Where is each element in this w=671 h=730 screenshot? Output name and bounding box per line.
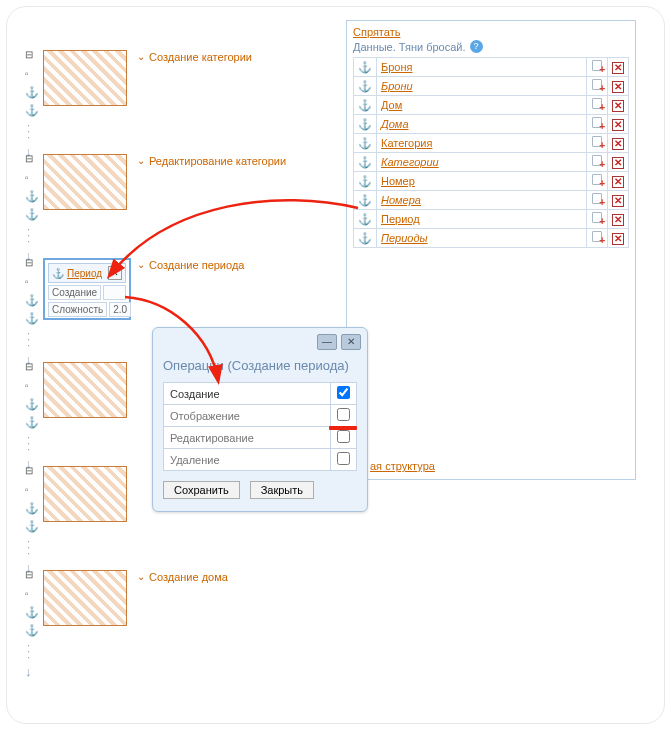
- close-window-button[interactable]: ✕: [341, 334, 361, 350]
- anchor-icon: ⚓: [25, 520, 39, 533]
- entity-link[interactable]: Период: [381, 213, 420, 225]
- operation-checkbox[interactable]: [337, 386, 350, 399]
- anchor-icon: ⚓: [354, 229, 377, 248]
- anchor-icon: ⚓: [25, 104, 39, 117]
- save-button[interactable]: Сохранить: [163, 481, 240, 499]
- minimize-button[interactable]: —: [317, 334, 337, 350]
- entity-link[interactable]: Дом: [381, 99, 402, 111]
- collapse-icon[interactable]: ⊟: [25, 154, 33, 163]
- operation-label: Удаление: [164, 449, 331, 471]
- anchor-icon: ⚓: [354, 96, 377, 115]
- collapse-icon[interactable]: ⊟: [25, 570, 33, 579]
- list-item: ⚓ Дома ✕: [354, 115, 629, 134]
- data-panel: Спрятать Данные. Тяни бросай. ? ⚓ Броня …: [346, 20, 636, 480]
- connector-dots: ···: [27, 538, 30, 556]
- delete-button[interactable]: ✕: [608, 191, 629, 210]
- handle-icon[interactable]: ▫: [25, 172, 29, 183]
- delete-button[interactable]: ✕: [608, 115, 629, 134]
- anchor-icon: ⚓: [354, 77, 377, 96]
- add-button[interactable]: [587, 134, 608, 153]
- handle-icon[interactable]: ▫: [25, 380, 29, 391]
- block-thumbnail[interactable]: [43, 50, 127, 106]
- block-label-text: Редактирование категории: [149, 154, 286, 168]
- list-item: ⚓ Номер ✕: [354, 172, 629, 191]
- add-button[interactable]: [587, 172, 608, 191]
- help-icon[interactable]: ?: [470, 40, 483, 53]
- operation-checkbox[interactable]: [337, 452, 350, 465]
- delete-button[interactable]: ✕: [608, 96, 629, 115]
- entity-link[interactable]: Категория: [381, 137, 432, 149]
- handle-icon[interactable]: ▫: [25, 276, 29, 287]
- block-thumbnail[interactable]: [43, 154, 127, 210]
- delete-button[interactable]: ✕: [608, 77, 629, 96]
- structure-link[interactable]: ая структура: [370, 460, 435, 472]
- tag-link[interactable]: Период: [67, 268, 102, 279]
- add-button[interactable]: [587, 96, 608, 115]
- block-label-text: Создание дома: [149, 570, 228, 584]
- close-button[interactable]: Закрыть: [250, 481, 314, 499]
- delete-button[interactable]: ✕: [608, 229, 629, 248]
- add-button[interactable]: [587, 153, 608, 172]
- entity-link[interactable]: Категории: [381, 156, 439, 168]
- handle-icon[interactable]: ▫: [25, 588, 29, 599]
- anchor-icon: ⚓: [25, 606, 39, 619]
- anchor-icon: ⚓: [25, 190, 39, 203]
- list-item: ⚓ Период ✕: [354, 210, 629, 229]
- add-button[interactable]: [587, 229, 608, 248]
- operation-label: Отображение: [164, 405, 331, 427]
- delete-button[interactable]: ✕: [608, 134, 629, 153]
- block-label: ⌄ Создание категории: [137, 50, 252, 64]
- operation-checkbox[interactable]: [337, 430, 350, 443]
- collapse-icon[interactable]: ⊟: [25, 258, 33, 267]
- add-button[interactable]: [587, 77, 608, 96]
- delete-button[interactable]: ✕: [608, 58, 629, 77]
- chevron-down-icon: ⌄: [137, 258, 145, 272]
- anchor-icon: ⚓: [25, 502, 39, 515]
- add-button[interactable]: [587, 115, 608, 134]
- entity-link[interactable]: Периоды: [381, 232, 428, 244]
- anchor-icon: ⚓: [354, 115, 377, 134]
- block-thumbnail[interactable]: [43, 466, 127, 522]
- hide-link[interactable]: Спрятать: [353, 26, 400, 38]
- add-button[interactable]: [587, 58, 608, 77]
- collapse-icon[interactable]: ⊟: [25, 50, 33, 59]
- entity-link[interactable]: Дома: [381, 118, 409, 130]
- block-label: ⌄ Редактирование категории: [137, 154, 286, 168]
- delete-button[interactable]: ✕: [608, 172, 629, 191]
- chevron-down-icon: ⌄: [137, 570, 145, 584]
- handle-icon[interactable]: ▫: [25, 484, 29, 495]
- add-button[interactable]: [587, 210, 608, 229]
- collapse-icon[interactable]: ⊟: [25, 362, 33, 371]
- collapse-icon[interactable]: ⊟: [25, 466, 33, 475]
- anchor-icon: ⚓: [354, 58, 377, 77]
- list-item: ⚓ Дом ✕: [354, 96, 629, 115]
- operation-checkbox[interactable]: [337, 408, 350, 421]
- block-thumbnail[interactable]: [43, 362, 127, 418]
- entity-link[interactable]: Номера: [381, 194, 421, 206]
- block-thumbnail-selected[interactable]: ⚓ Период ✕ СозданиеСложность2.0: [43, 258, 131, 320]
- block-label-text: Создание категории: [149, 50, 252, 64]
- remove-tag-button[interactable]: ✕: [108, 266, 122, 280]
- block-label: ⌄ Создание дома: [137, 570, 228, 584]
- flow-arrow-icon: ↓: [25, 664, 32, 679]
- delete-button[interactable]: ✕: [608, 153, 629, 172]
- anchor-icon: ⚓: [354, 191, 377, 210]
- connector-dots: ···: [27, 642, 30, 660]
- connector-dots: ···: [27, 226, 30, 244]
- handle-icon[interactable]: ▫: [25, 68, 29, 79]
- delete-button[interactable]: ✕: [608, 210, 629, 229]
- entity-link[interactable]: Броня: [381, 61, 413, 73]
- operation-row: Редактирование: [164, 427, 357, 449]
- entity-link[interactable]: Брони: [381, 80, 413, 92]
- anchor-icon: ⚓: [354, 172, 377, 191]
- anchor-icon: ⚓: [25, 416, 39, 429]
- entity-link[interactable]: Номер: [381, 175, 415, 187]
- connector-dots: ···: [27, 122, 30, 140]
- list-item: ⚓ Периоды ✕: [354, 229, 629, 248]
- anchor-icon: ⚓: [25, 294, 39, 307]
- panel-subtitle-text: Данные. Тяни бросай.: [353, 41, 466, 53]
- operation-row: Отображение: [164, 405, 357, 427]
- block-thumbnail[interactable]: [43, 570, 127, 626]
- add-button[interactable]: [587, 191, 608, 210]
- operation-label: Создание: [164, 383, 331, 405]
